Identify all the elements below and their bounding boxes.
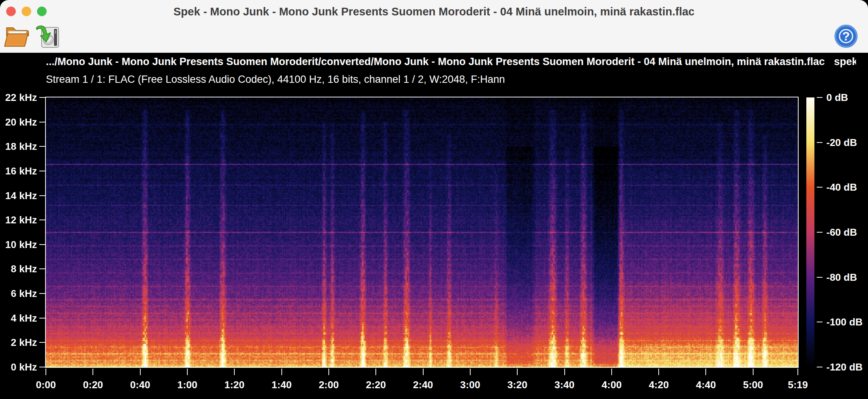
x-axis-label: 4:40: [683, 379, 729, 391]
y-axis-tick: [39, 244, 45, 245]
spek-window: Spek - Mono Junk - Mono Junk Presents Su…: [0, 0, 868, 399]
spectrogram-canvas: [46, 97, 798, 367]
x-axis-tick: [564, 369, 565, 375]
x-axis-label: 1:40: [259, 379, 305, 391]
x-axis-tick: [140, 369, 141, 375]
y-axis-label: 6 kHz: [0, 287, 37, 300]
y-axis-tick: [39, 171, 45, 171]
help-button[interactable]: ?: [833, 22, 860, 49]
legend-label: -120 dB: [826, 361, 868, 373]
y-axis-label: 12 kHz: [0, 214, 37, 226]
y-axis-label: 0 kHz: [0, 361, 37, 373]
x-axis-label: 5:00: [730, 379, 776, 391]
x-axis-tick: [45, 369, 46, 375]
x-axis-label: 2:00: [306, 379, 352, 391]
save-spectrogram-icon: [34, 45, 61, 51]
toolbar: ?: [0, 22, 868, 53]
app-signature: spek0.8.5: [825, 56, 856, 68]
legend-tick: [817, 277, 823, 278]
x-axis-label: 1:00: [164, 379, 210, 391]
x-axis-tick: [187, 369, 188, 375]
help-icon: ?: [833, 44, 859, 50]
y-axis-label: 2 kHz: [0, 336, 37, 349]
save-spectrogram-button[interactable]: [33, 23, 62, 51]
y-axis-tick: [39, 122, 45, 122]
x-axis-label: 5:19: [775, 379, 821, 391]
x-axis-tick: [93, 369, 93, 375]
x-axis-tick: [281, 369, 282, 375]
y-axis-label: 18 kHz: [0, 140, 37, 153]
x-axis-tick: [753, 369, 754, 375]
y-axis-label: 16 kHz: [0, 165, 37, 177]
x-axis-label: 3:00: [447, 379, 493, 391]
y-axis-tick: [39, 318, 45, 319]
x-axis-tick: [705, 369, 706, 375]
legend-label: -60 dB: [826, 226, 868, 238]
spectrogram-plot: [45, 97, 799, 368]
open-file-button[interactable]: [3, 23, 32, 51]
close-button[interactable]: [6, 7, 16, 16]
x-axis-tick: [611, 369, 612, 375]
y-axis-label: 22 kHz: [0, 91, 37, 104]
y-axis-tick: [39, 367, 45, 367]
x-axis-tick: [470, 369, 471, 375]
y-axis-label: 10 kHz: [0, 238, 37, 251]
x-axis-label: 0:20: [70, 379, 116, 391]
legend-label: -40 dB: [826, 181, 868, 193]
y-axis-label: 20 kHz: [0, 116, 37, 128]
spectrogram-panel: .../Mono Junk - Mono Junk Presents Suome…: [0, 53, 868, 399]
y-axis-tick: [39, 268, 45, 269]
y-axis-label: 14 kHz: [0, 189, 37, 202]
window-title: Spek - Mono Junk - Mono Junk Presents Su…: [54, 0, 814, 22]
x-axis-label: 4:00: [589, 379, 635, 391]
legend-label: -20 dB: [826, 136, 868, 149]
y-axis-tick: [39, 97, 45, 98]
x-axis-label: 2:40: [400, 379, 446, 391]
legend-tick: [817, 232, 823, 233]
legend-tick: [817, 142, 823, 143]
x-axis-tick: [517, 369, 518, 375]
legend-tick: [817, 322, 823, 322]
legend-tick: [817, 187, 823, 188]
stream-info: Stream 1 / 1: FLAC (Free Lossless Audio …: [46, 74, 505, 86]
x-axis-tick: [658, 369, 659, 375]
minimize-button[interactable]: [22, 7, 31, 16]
x-axis-tick: [423, 369, 424, 375]
app-name: spek: [834, 56, 856, 67]
file-header: .../Mono Junk - Mono Junk Presents Suome…: [46, 56, 856, 71]
zoom-button[interactable]: [37, 7, 47, 16]
x-axis-tick: [375, 369, 376, 375]
folder-open-icon: [4, 45, 31, 51]
y-axis-tick: [39, 342, 45, 343]
x-axis-label: 3:40: [542, 379, 588, 391]
x-axis-label: 2:20: [353, 379, 399, 391]
x-axis-tick: [797, 369, 798, 375]
x-axis-label: 3:20: [494, 379, 540, 391]
legend-gradient-bar: [806, 97, 814, 367]
legend-tick: [817, 97, 823, 98]
x-axis-label: 1:20: [211, 379, 257, 391]
y-axis-tick: [39, 220, 45, 220]
y-axis-label: 8 kHz: [0, 263, 37, 275]
y-axis-tick: [39, 195, 45, 196]
y-axis-tick: [39, 293, 45, 294]
file-path: .../Mono Junk - Mono Junk Presents Suome…: [46, 56, 825, 68]
x-axis-tick: [328, 369, 329, 375]
legend-label: -80 dB: [826, 271, 868, 283]
legend-label: -100 dB: [826, 316, 868, 328]
x-axis-tick: [234, 369, 235, 375]
x-axis-label: 4:20: [636, 379, 682, 391]
svg-text:?: ?: [842, 29, 850, 43]
legend-label: 0 dB: [826, 91, 868, 104]
x-axis-label: 0:00: [23, 379, 69, 391]
title-bar: Spek - Mono Junk - Mono Junk Presents Su…: [0, 0, 868, 22]
y-axis-tick: [39, 146, 45, 147]
y-axis-label: 4 kHz: [0, 312, 37, 324]
legend-tick: [817, 367, 823, 367]
x-axis-label: 0:40: [117, 379, 163, 391]
